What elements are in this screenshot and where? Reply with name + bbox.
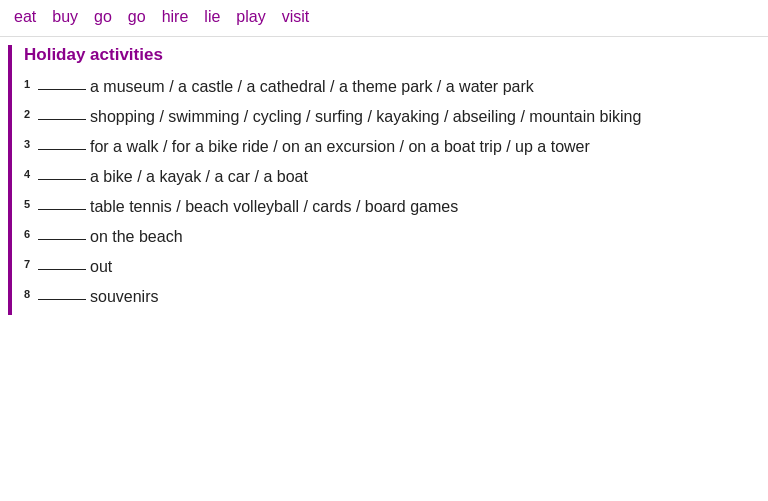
activity-item-6: 7out bbox=[24, 255, 758, 279]
content-section: Holiday activities 1a museum / a castle … bbox=[0, 37, 768, 323]
main-content: Holiday activities 1a museum / a castle … bbox=[24, 45, 768, 315]
word-bank-item-1[interactable]: buy bbox=[48, 6, 82, 28]
word-bank-item-4[interactable]: hire bbox=[158, 6, 193, 28]
item-text-1: shopping / swimming / cycling / surfing … bbox=[90, 105, 758, 129]
item-blank-2[interactable] bbox=[38, 149, 86, 150]
word-bank-item-7[interactable]: visit bbox=[278, 6, 314, 28]
item-number-2: 3 bbox=[24, 136, 38, 153]
item-number-1: 2 bbox=[24, 106, 38, 123]
activity-item-2: 3for a walk / for a bike ride / on an ex… bbox=[24, 135, 758, 159]
word-bank-item-3[interactable]: go bbox=[124, 6, 150, 28]
item-number-4: 5 bbox=[24, 196, 38, 213]
item-blank-6[interactable] bbox=[38, 269, 86, 270]
item-number-6: 7 bbox=[24, 256, 38, 273]
item-text-3: a bike / a kayak / a car / a boat bbox=[90, 165, 758, 189]
activity-item-4: 5table tennis / beach volleyball / cards… bbox=[24, 195, 758, 219]
activity-item-7: 8souvenirs bbox=[24, 285, 758, 309]
item-text-6: out bbox=[90, 255, 758, 279]
item-blank-5[interactable] bbox=[38, 239, 86, 240]
item-number-5: 6 bbox=[24, 226, 38, 243]
activity-item-0: 1a museum / a castle / a cathedral / a t… bbox=[24, 75, 758, 99]
word-bank: eat buy go go hire lie play visit bbox=[0, 0, 768, 37]
item-blank-1[interactable] bbox=[38, 119, 86, 120]
item-blank-4[interactable] bbox=[38, 209, 86, 210]
section-title: Holiday activities bbox=[24, 45, 758, 65]
item-blank-3[interactable] bbox=[38, 179, 86, 180]
item-blank-0[interactable] bbox=[38, 89, 86, 90]
item-text-0: a museum / a castle / a cathedral / a th… bbox=[90, 75, 758, 99]
activity-list: 1a museum / a castle / a cathedral / a t… bbox=[24, 75, 758, 309]
item-number-7: 8 bbox=[24, 286, 38, 303]
word-bank-item-5[interactable]: lie bbox=[200, 6, 224, 28]
activity-item-5: 6on the beach bbox=[24, 225, 758, 249]
item-text-5: on the beach bbox=[90, 225, 758, 249]
item-number-3: 4 bbox=[24, 166, 38, 183]
word-bank-item-6[interactable]: play bbox=[232, 6, 269, 28]
item-blank-7[interactable] bbox=[38, 299, 86, 300]
item-number-0: 1 bbox=[24, 76, 38, 93]
item-text-2: for a walk / for a bike ride / on an exc… bbox=[90, 135, 758, 159]
activity-item-3: 4a bike / a kayak / a car / a boat bbox=[24, 165, 758, 189]
item-text-7: souvenirs bbox=[90, 285, 758, 309]
word-bank-item-0[interactable]: eat bbox=[10, 6, 40, 28]
word-bank-item-2[interactable]: go bbox=[90, 6, 116, 28]
activity-item-1: 2shopping / swimming / cycling / surfing… bbox=[24, 105, 758, 129]
item-text-4: table tennis / beach volleyball / cards … bbox=[90, 195, 758, 219]
left-border-accent bbox=[8, 45, 12, 315]
